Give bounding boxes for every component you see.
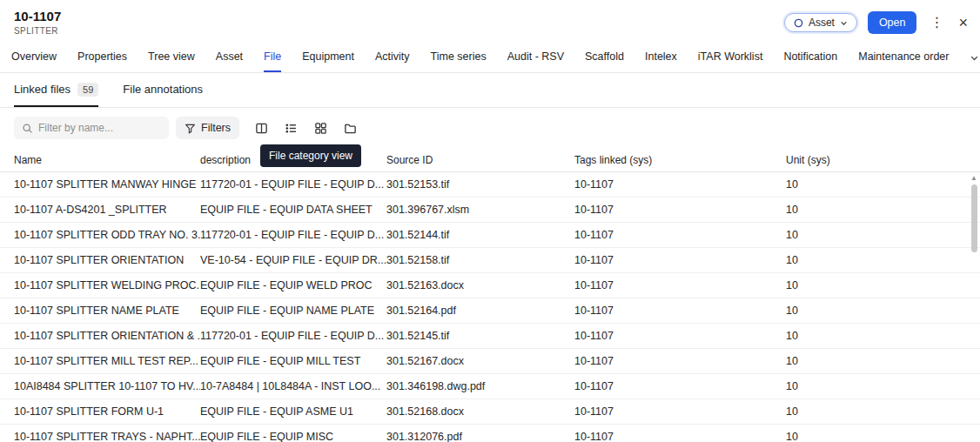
vertical-scrollbar-thumb[interactable] xyxy=(971,184,977,252)
file-tags-cell: 10-1107 xyxy=(574,279,786,291)
subtab-linked-files[interactable]: Linked files 59 xyxy=(14,73,98,107)
table-row[interactable]: 10-1107 SPLITTER MANWAY HINGE 117720-01 … xyxy=(0,172,980,198)
table-row[interactable]: 10-1107 SPLITTER MILL TEST REP... EQUIP … xyxy=(0,349,980,374)
tab-notification[interactable]: Notification xyxy=(783,44,837,72)
file-description-cell: EQUIP FILE - EQUIP MISC xyxy=(200,431,386,442)
tab-asset[interactable]: Asset xyxy=(216,44,243,72)
folder-icon xyxy=(344,122,357,135)
file-name-cell: 10-1107 SPLITTER ORIENTATION & ... xyxy=(14,330,200,342)
file-source-id-cell: 301.52168.docx xyxy=(386,405,574,418)
file-source-id-cell: 301.312076.pdf xyxy=(386,431,574,442)
list-view-icon xyxy=(285,122,298,135)
file-category-view-tooltip: File category view xyxy=(260,144,361,167)
grid-view-icon xyxy=(314,122,327,135)
tab-label: Asset xyxy=(216,50,243,63)
file-description-cell: VE-10-54 - EQUIP FILE - EQUIP DR... xyxy=(200,254,386,266)
file-tags-cell: 10-1107 xyxy=(574,405,786,418)
tab-label: Activity xyxy=(375,50,410,63)
chevron-down-icon xyxy=(840,19,848,27)
file-annotations-label: File annotations xyxy=(123,83,203,96)
table-row[interactable]: 10-1107 A-DS4201 _SPLITTER EQUIP FILE - … xyxy=(0,198,980,223)
file-unit-cell: 10 xyxy=(786,405,980,418)
subtab-file-annotations[interactable]: File annotations xyxy=(123,73,203,107)
column-header-unit[interactable]: Unit (sys) xyxy=(786,154,980,166)
file-unit-cell: 10 xyxy=(786,178,980,191)
tab-intelex[interactable]: Intelex xyxy=(645,44,677,72)
funnel-icon xyxy=(185,123,196,134)
file-unit-cell: 10 xyxy=(786,431,980,442)
file-unit-cell: 10 xyxy=(786,330,980,342)
scrollbar-up-arrow[interactable]: ▲ xyxy=(970,174,978,182)
tab-time-series[interactable]: Time series xyxy=(431,44,487,72)
filter-search-box[interactable] xyxy=(14,117,169,139)
file-description-cell: EQUIP FILE - EQUIP MILL TEST xyxy=(200,355,386,367)
file-source-id-cell: 301.396767.xlsm xyxy=(386,204,574,216)
file-name-cell: 10AI8484 SPLITTER 10-1107 TO HV... xyxy=(14,380,200,392)
file-name-cell: 10-1107 SPLITTER MANWAY HINGE xyxy=(14,178,200,191)
page-header: 10-1107 SPLITTER Asset Open ⋮ × xyxy=(0,0,980,44)
grid-view-button[interactable] xyxy=(309,117,332,139)
asset-circle-icon xyxy=(794,18,803,28)
file-source-id-cell: 301.52164.pdf xyxy=(386,305,574,317)
table-row[interactable]: 10AI8484 SPLITTER 10-1107 TO HV... 10-7A… xyxy=(0,374,980,399)
file-tags-cell: 10-1107 xyxy=(574,178,786,191)
file-description-cell: 117720-01 - EQUIP FILE - EQUIP D... xyxy=(200,330,386,342)
table-row[interactable]: 10-1107 SPLITTER ORIENTATION & ... 11772… xyxy=(0,324,980,349)
file-description-cell: EQUIP FILE - EQUIP NAME PLATE xyxy=(200,305,386,317)
tab-audit-rsv[interactable]: Audit - RSV xyxy=(507,44,564,72)
filters-button[interactable]: Filters xyxy=(176,117,239,139)
table-row[interactable]: 10-1107 SPLITTER FORM U-1 EQUIP FILE - E… xyxy=(0,399,980,425)
file-unit-cell: 10 xyxy=(786,355,980,367)
file-name-cell: 10-1107 SPLITTER MILL TEST REP... xyxy=(14,355,200,367)
open-button[interactable]: Open xyxy=(868,11,917,34)
tab-maintenance-order[interactable]: Maintenance order xyxy=(858,44,949,72)
column-header-source-id[interactable]: Source ID xyxy=(386,154,574,166)
table-row[interactable]: 10-1107 SPLITTER TRAYS - NAPHT... EQUIP … xyxy=(0,425,980,442)
filter-by-name-input[interactable] xyxy=(38,122,161,134)
tab-itar-worklist[interactable]: iTAR Worklist xyxy=(698,44,763,72)
file-description-cell: EQUIP FILE - EQUIP DATA SHEET xyxy=(200,204,386,216)
table-row[interactable]: 10-1107 SPLITTER NAME PLATE EQUIP FILE -… xyxy=(0,298,980,324)
asset-dropdown-button[interactable]: Asset xyxy=(784,13,857,32)
tab-scaffold[interactable]: Scaffold xyxy=(585,44,624,72)
file-source-id-cell: 301.52163.docx xyxy=(386,279,574,291)
tab-equipment[interactable]: Equipment xyxy=(302,44,354,72)
file-unit-cell: 10 xyxy=(786,305,980,317)
tab-label: File xyxy=(264,50,281,63)
tab-tree-view[interactable]: Tree view xyxy=(148,44,195,72)
tab-activity[interactable]: Activity xyxy=(375,44,410,72)
file-name-cell: 10-1107 SPLITTER FORM U-1 xyxy=(14,405,200,418)
file-tags-cell: 10-1107 xyxy=(574,355,786,367)
file-tags-cell: 10-1107 xyxy=(574,380,786,392)
file-tags-cell: 10-1107 xyxy=(574,254,786,266)
table-row[interactable]: 10-1107 SPLITTER ORIENTATION VE-10-54 - … xyxy=(0,248,980,273)
table-row[interactable]: 10-1107 SPLITTER ODD TRAY NO. 3... 11772… xyxy=(0,223,980,248)
tab-label: Maintenance order xyxy=(858,50,949,63)
file-description-cell: 117720-01 - EQUIP FILE - EQUIP D... xyxy=(200,229,386,241)
file-name-cell: 10-1107 SPLITTER NAME PLATE xyxy=(14,305,200,317)
panel-view-icon xyxy=(255,122,268,135)
tab-file[interactable]: File xyxy=(264,44,281,72)
header-actions: Asset Open ⋮ × xyxy=(784,11,970,34)
file-unit-cell: 10 xyxy=(786,279,980,291)
subtab-bar: Linked files 59 File annotations xyxy=(0,73,980,108)
page-subtitle: SPLITTER xyxy=(14,26,61,36)
column-header-tags-linked[interactable]: Tags linked (sys) xyxy=(574,154,786,166)
file-unit-cell: 10 xyxy=(786,380,980,392)
close-icon[interactable]: × xyxy=(957,15,970,30)
tabs-overflow-chevron[interactable] xyxy=(970,44,979,72)
header-titles: 10-1107 SPLITTER xyxy=(14,9,61,36)
kebab-menu-icon[interactable]: ⋮ xyxy=(927,16,946,30)
panel-view-button[interactable] xyxy=(250,117,272,139)
list-view-button[interactable] xyxy=(279,117,302,139)
asset-detail-page: 10-1107 SPLITTER Asset Open ⋮ × Overview… xyxy=(0,0,980,442)
file-description-cell: EQUIP FILE - EQUIP ASME U1 xyxy=(200,405,386,418)
table-header-row: Name description Source ID Tags linked (… xyxy=(0,148,980,172)
table-row[interactable]: 10-1107 SPLITTER WELDING PROC... EQUIP F… xyxy=(0,273,980,298)
file-tags-cell: 10-1107 xyxy=(574,330,786,342)
file-source-id-cell: 301.52153.tif xyxy=(386,178,574,191)
column-header-name[interactable]: Name xyxy=(14,154,200,166)
tab-overview[interactable]: Overview xyxy=(11,44,57,72)
file-category-view-button[interactable] xyxy=(339,117,361,139)
tab-properties[interactable]: Properties xyxy=(77,44,127,72)
